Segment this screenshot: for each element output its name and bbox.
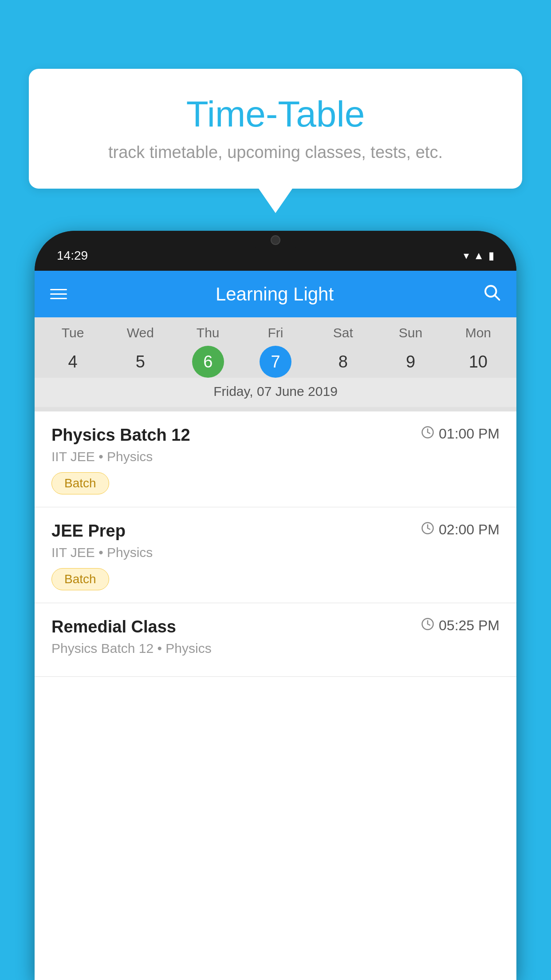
wifi-icon: ▾: [464, 249, 469, 262]
item-2-badge: Batch: [51, 568, 109, 590]
schedule-list: Physics Batch 12 01:00 PM IIT JEE • Phys…: [35, 411, 516, 980]
search-button[interactable]: [482, 283, 501, 306]
day-sat[interactable]: Sat 8: [314, 325, 372, 378]
schedule-item-1[interactable]: Physics Batch 12 01:00 PM IIT JEE • Phys…: [35, 411, 516, 507]
speech-bubble: Time-Table track timetable, upcoming cla…: [29, 69, 522, 189]
battery-icon: ▮: [488, 249, 494, 262]
status-time: 14:29: [57, 249, 88, 263]
menu-button[interactable]: [50, 289, 67, 299]
selected-date: Friday, 07 June 2019: [35, 378, 516, 407]
item-2-meta: IIT JEE • Physics: [51, 545, 500, 560]
clock-icon-3: [421, 617, 434, 634]
item-1-name: Physics Batch 12: [51, 426, 190, 445]
status-bar: 14:29 ▾ ▲ ▮: [35, 231, 516, 271]
front-camera: [271, 235, 280, 245]
phone-notch: [249, 231, 302, 249]
day-wed[interactable]: Wed 5: [111, 325, 169, 378]
signal-icon: ▲: [473, 249, 484, 262]
day-tue[interactable]: Tue 4: [44, 325, 102, 378]
phone-frame: 14:29 ▾ ▲ ▮ Learning Light: [35, 231, 516, 980]
clock-icon-1: [421, 426, 434, 442]
day-fri[interactable]: Fri 7: [247, 325, 304, 378]
bubble-arrow: [259, 189, 292, 213]
item-2-time: 02:00 PM: [421, 522, 500, 538]
status-icons: ▾ ▲ ▮: [464, 249, 494, 262]
bubble-subtitle: track timetable, upcoming classes, tests…: [55, 143, 496, 162]
item-1-meta: IIT JEE • Physics: [51, 449, 500, 464]
item-3-meta: Physics Batch 12 • Physics: [51, 641, 500, 656]
app-title: Learning Light: [80, 284, 469, 305]
schedule-item-3[interactable]: Remedial Class 05:25 PM Physics Batch 12…: [35, 603, 516, 677]
day-mon[interactable]: Mon 10: [449, 325, 507, 378]
svg-line-1: [495, 295, 500, 300]
app-screen: Learning Light Tue 4 Wed 5 T: [35, 271, 516, 980]
schedule-item-2[interactable]: JEE Prep 02:00 PM IIT JEE • Physics Batc…: [35, 507, 516, 603]
item-3-name: Remedial Class: [51, 617, 176, 636]
clock-icon-2: [421, 522, 434, 538]
day-thu[interactable]: Thu 6: [179, 325, 237, 378]
speech-bubble-section: Time-Table track timetable, upcoming cla…: [29, 69, 522, 213]
item-1-time: 01:00 PM: [421, 426, 500, 442]
days-row: Tue 4 Wed 5 Thu 6 Fri 7 Sat 8: [35, 325, 516, 378]
item-3-time: 05:25 PM: [421, 617, 500, 634]
item-2-name: JEE Prep: [51, 522, 126, 541]
item-1-badge: Batch: [51, 472, 109, 494]
app-toolbar: Learning Light: [35, 271, 516, 317]
bubble-title: Time-Table: [55, 93, 496, 135]
calendar-week: Tue 4 Wed 5 Thu 6 Fri 7 Sat 8: [35, 317, 516, 411]
day-sun[interactable]: Sun 9: [382, 325, 440, 378]
